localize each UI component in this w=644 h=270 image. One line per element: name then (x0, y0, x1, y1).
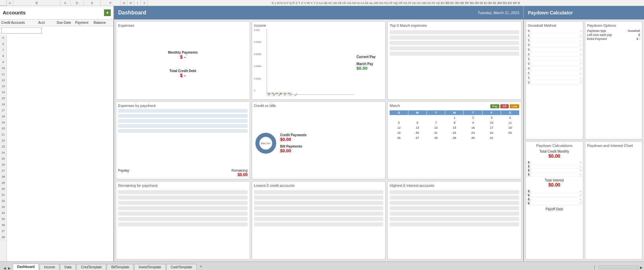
row-22: 22 (0, 138, 6, 144)
snowball-card: Snowball Method $- $- $- $- $- $- $- $- … (526, 21, 583, 140)
payoff-date-section: Payoff Date (528, 207, 581, 211)
bills-right: Credit Payments $0.00 Bill Payments $0.0… (280, 133, 307, 153)
nav-left-arrow[interactable]: ◀ (3, 266, 7, 270)
row-7: 7 (0, 47, 6, 53)
tab-dashboard[interactable]: Dashboard (13, 264, 39, 270)
donut-label-text: Bills 0% (261, 142, 270, 145)
dashboard-header: Dashboard Tuesday, March 21, 2023 (114, 6, 523, 19)
hi-line-7 (390, 222, 519, 226)
expenses-card-title: Expenses (118, 23, 248, 28)
low-line-5 (254, 212, 384, 216)
pc-line-1 (118, 109, 248, 113)
scroll-right-icon[interactable]: ▶ (640, 266, 643, 269)
hi-line-6 (390, 217, 519, 221)
cal-d28: 28 (427, 136, 445, 140)
extra-payment-label: Extra Payment (587, 37, 607, 41)
tab-credtemplate[interactable]: CredTemplate (77, 264, 106, 270)
paycheck-footer: Payday Remaining (118, 169, 248, 172)
tme-line-1 (390, 30, 519, 34)
row-numbers: 5 6 7 8 9 10 11 12 13 14 15 16 17 18 19 … (0, 35, 7, 261)
rem-line-4 (118, 206, 248, 210)
row-29: 29 (0, 180, 6, 186)
tab-data[interactable]: Data (60, 264, 76, 270)
row-16: 16 (0, 101, 6, 107)
snowball-row-2: $- (528, 34, 581, 38)
tc-dash: - (184, 73, 186, 78)
y-label-2: 0.0008 (254, 41, 266, 43)
col-credit-accounts: Credit Accounts (1, 21, 38, 24)
cal-d21: 21 (427, 130, 445, 135)
remaining-for-paycheck-card: Remaining for paycheck (116, 181, 250, 260)
calcs-row-2: $- (528, 165, 581, 168)
tab-scrollbar[interactable] (598, 265, 639, 269)
dashboard-title: Dashboard (118, 10, 478, 16)
chart-with-axis: 0.001 0.0008 0.0006 0.0004 0.0002 0 (254, 29, 355, 97)
accounts-header: Accounts + (0, 6, 113, 19)
cal-w5-7 (501, 136, 519, 140)
tab-cashtemplate[interactable]: CashTemplate (166, 264, 197, 270)
chart-x-labels: Jan Mar May Jul Sep Nov (266, 95, 355, 97)
credit-vs-bills-content: Bills 0% Credit Payments $0.00 Bi (254, 109, 384, 177)
tc-dollar: $ (180, 73, 183, 78)
tab-billtemplate[interactable]: BillTemplate (107, 264, 134, 270)
tab-bar: ◀ ▶ Dashboard Income Data CredTemplate B… (0, 261, 644, 270)
corner-cell (0, 0, 7, 6)
cal-d7: 7 (427, 120, 445, 125)
left-over-label: Left over each pay (587, 33, 612, 37)
bill-legend-btn[interactable]: Bill (500, 104, 508, 108)
accounts-body: 5 6 7 8 9 10 11 12 13 14 15 16 17 18 19 … (0, 35, 113, 261)
snowball-row-5: $- (528, 48, 581, 52)
paydown-options-title: Paydown Options (587, 23, 640, 28)
expenses-by-paycheck-card: Expenses by paycheck Payday Remaining (116, 101, 250, 180)
account-name-input[interactable] (1, 28, 42, 34)
paycheck-lines (118, 109, 248, 168)
payday-label: Payday (118, 169, 129, 172)
expenses-by-paycheck-title: Expenses by paycheck (118, 104, 248, 108)
total-credit-monthly-value: $0.00 (528, 153, 581, 159)
pc-line-3 (118, 119, 248, 123)
menu-dots-icon[interactable]: ⋮ (592, 265, 597, 270)
calcs-row-5: $- (528, 190, 581, 193)
accounts-columns: Credit Accounts Acct Due Date Payment Ba… (0, 19, 113, 26)
remaining-value: $0.00 (238, 172, 248, 177)
hi-line-3 (390, 201, 519, 205)
low-line-1 (254, 190, 384, 194)
cal-mon: M (408, 110, 427, 115)
row-9: 9 (0, 59, 6, 65)
calcs-rows-2: $- $- $- $- (528, 190, 581, 205)
pc-line-4 (118, 124, 248, 128)
calendar-legend: Pay Bill Low (490, 104, 519, 108)
pay-legend-btn[interactable]: Pay (490, 104, 500, 108)
row-6: 6 (0, 41, 6, 47)
march-pay-value: $0.00 (356, 66, 383, 71)
extra-payment-row: Extra Payment $ - (587, 37, 640, 41)
tab-income[interactable]: Income (40, 264, 59, 270)
calcs-row-7: $- (528, 198, 581, 201)
total-interest-section: Total Interest $0.00 (528, 178, 581, 187)
paydown-calculations-card: Paydown Calculations Total Credit Monthl… (526, 141, 583, 260)
app-wrapper: A B C D E F G H I J K L M N O P Q R S T … (0, 0, 644, 270)
tme-line-3 (390, 41, 519, 45)
add-account-button[interactable]: + (104, 9, 111, 16)
tab-investtemplate[interactable]: InvestTemplate (134, 264, 165, 270)
donut-label: Bills 0% (261, 142, 270, 145)
snowball-row-4: $- (528, 43, 581, 47)
total-credit-monthly-section: Total Credit Monthly $0.00 (528, 150, 581, 159)
total-credit-monthly-label: Total Credit Monthly (528, 150, 581, 153)
accounts-input-row (0, 26, 113, 35)
rem-line-5 (118, 212, 248, 216)
cal-thu: T (464, 110, 482, 115)
bar-jun (288, 93, 290, 94)
march-pay-label: March Pay (356, 62, 383, 66)
add-tab-button[interactable]: + (197, 263, 205, 270)
top-march-lines (390, 30, 519, 56)
row-23: 23 (0, 144, 6, 150)
calcs-row-1: $- (528, 161, 581, 164)
rem-line-6 (118, 217, 248, 221)
nav-right-arrow[interactable]: ▶ (7, 266, 11, 270)
total-credit-value: $ - (180, 73, 186, 78)
hi-line-2 (390, 196, 519, 200)
monthly-payments-label: Monthly Payments (168, 51, 198, 54)
expenses-content: Monthly Payments $ - Total Credit Debt $… (118, 29, 248, 97)
low-legend-btn[interactable]: Low (510, 104, 519, 108)
